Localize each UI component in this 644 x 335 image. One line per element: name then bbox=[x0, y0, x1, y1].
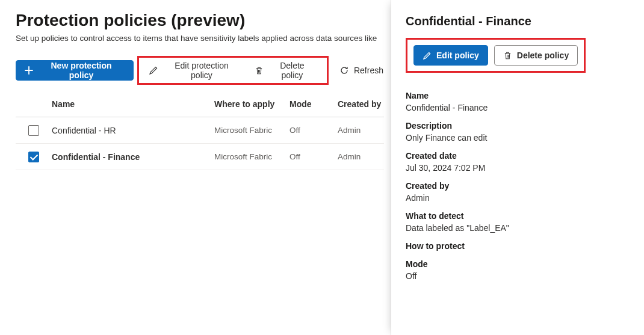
refresh-icon bbox=[339, 66, 349, 75]
refresh-label: Refresh bbox=[354, 66, 383, 75]
field-detect-label: What to detect bbox=[406, 211, 630, 221]
col-where[interactable]: Where to apply bbox=[214, 99, 289, 109]
table-row[interactable]: Confidential - Finance Microsoft Fabric … bbox=[16, 144, 384, 170]
page-title: Protection policies (preview) bbox=[16, 11, 391, 30]
delete-policy-button[interactable]: Delete policy bbox=[247, 60, 323, 81]
main-content: Protection policies (preview) Set up pol… bbox=[0, 0, 391, 335]
field-name-label: Name bbox=[406, 91, 630, 100]
panel-delete-label: Delete policy bbox=[517, 51, 569, 60]
panel-edit-button[interactable]: Edit policy bbox=[413, 45, 488, 66]
row-by: Admin bbox=[338, 126, 384, 135]
panel-edit-label: Edit policy bbox=[436, 51, 479, 60]
toolbar: New protection policy Edit protection po… bbox=[16, 56, 391, 85]
row-checkbox[interactable] bbox=[28, 125, 39, 136]
row-name: Confidential - HR bbox=[52, 126, 214, 135]
plus-icon bbox=[25, 66, 33, 75]
panel-title: Confidential - Finance bbox=[406, 14, 630, 28]
row-by: Admin bbox=[338, 152, 384, 161]
delete-policy-label: Delete policy bbox=[268, 61, 316, 80]
edit-delete-highlight: Edit protection policy Delete policy bbox=[137, 56, 329, 85]
field-by-label: Created by bbox=[406, 181, 630, 191]
field-desc-value: Only Finance can edit bbox=[406, 133, 630, 143]
field-mode-value: Off bbox=[406, 271, 630, 281]
row-where: Microsoft Fabric bbox=[214, 126, 289, 135]
field-created-label: Created date bbox=[406, 151, 630, 161]
field-created-value: Jul 30, 2024 7:02 PM bbox=[406, 163, 630, 173]
edit-policy-button[interactable]: Edit protection policy bbox=[141, 60, 247, 81]
details-panel: Confidential - Finance Edit policy Delet… bbox=[391, 0, 644, 335]
field-name-value: Confidential - Finance bbox=[406, 103, 630, 112]
field-protect-label: How to protect bbox=[406, 241, 630, 251]
row-mode: Off bbox=[289, 152, 338, 161]
field-desc-label: Description bbox=[406, 121, 630, 131]
table-header: Name Where to apply Mode Created by bbox=[16, 91, 384, 117]
pencil-icon bbox=[423, 51, 432, 60]
row-where: Microsoft Fabric bbox=[214, 152, 289, 161]
policies-table: Name Where to apply Mode Created by Conf… bbox=[16, 91, 384, 170]
trash-icon bbox=[255, 66, 264, 75]
new-policy-label: New protection policy bbox=[38, 61, 125, 80]
col-by[interactable]: Created by bbox=[338, 99, 384, 109]
row-mode: Off bbox=[289, 126, 338, 135]
field-detect-value: Data labeled as "Label_EA" bbox=[406, 223, 630, 233]
panel-actions-highlight: Edit policy Delete policy bbox=[406, 38, 586, 73]
field-mode-label: Mode bbox=[406, 259, 630, 269]
edit-policy-label: Edit protection policy bbox=[163, 61, 240, 80]
page-description: Set up policies to control access to ite… bbox=[16, 34, 391, 43]
row-name: Confidential - Finance bbox=[52, 152, 214, 162]
col-mode[interactable]: Mode bbox=[289, 99, 338, 109]
row-checkbox[interactable] bbox=[28, 152, 39, 162]
pencil-icon bbox=[149, 66, 158, 75]
trash-icon bbox=[503, 51, 512, 60]
new-policy-button[interactable]: New protection policy bbox=[16, 60, 134, 81]
field-by-value: Admin bbox=[406, 193, 630, 203]
panel-delete-button[interactable]: Delete policy bbox=[494, 45, 578, 66]
refresh-button[interactable]: Refresh bbox=[332, 60, 391, 81]
table-row[interactable]: Confidential - HR Microsoft Fabric Off A… bbox=[16, 117, 384, 144]
col-name[interactable]: Name bbox=[52, 99, 214, 109]
